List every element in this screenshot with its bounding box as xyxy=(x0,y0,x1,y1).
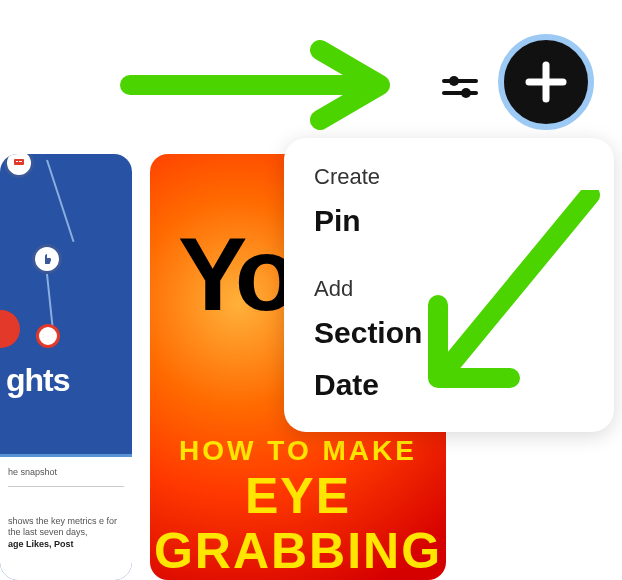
pin-title-partial: ghts xyxy=(6,362,70,399)
menu-item-date[interactable]: Date xyxy=(314,368,584,402)
annotation-arrow xyxy=(120,40,400,130)
svg-rect-8 xyxy=(19,161,22,162)
menu-item-section[interactable]: Section xyxy=(314,316,584,350)
filter-button[interactable] xyxy=(440,72,480,102)
decorative-line xyxy=(46,274,54,328)
panel-heading: he snapshot xyxy=(8,467,124,478)
menu-group-add: Add xyxy=(314,276,584,302)
plus-icon xyxy=(523,59,569,105)
svg-point-1 xyxy=(449,76,459,86)
panel-text: shows the key metrics e for the last sev… xyxy=(8,516,124,551)
add-button[interactable] xyxy=(498,34,594,130)
menu-item-pin[interactable]: Pin xyxy=(314,204,584,238)
pin-description-panel: he snapshot shows the key metrics e for … xyxy=(0,454,132,580)
create-menu: Create Pin Add Section Date xyxy=(284,138,614,432)
chat-icon xyxy=(4,154,34,178)
thumb-icon xyxy=(32,244,62,274)
circle-icon xyxy=(36,324,60,348)
filter-icon xyxy=(442,73,478,101)
pin-card[interactable]: ghts he snapshot shows the key metrics e… xyxy=(0,154,132,580)
menu-group-create: Create xyxy=(314,164,584,190)
circle-icon xyxy=(0,310,20,348)
decorative-line xyxy=(46,160,74,242)
svg-rect-7 xyxy=(16,161,18,162)
pin-subtitle: HOW TO MAKE EYE GRABBING xyxy=(150,436,446,579)
svg-point-3 xyxy=(461,88,471,98)
